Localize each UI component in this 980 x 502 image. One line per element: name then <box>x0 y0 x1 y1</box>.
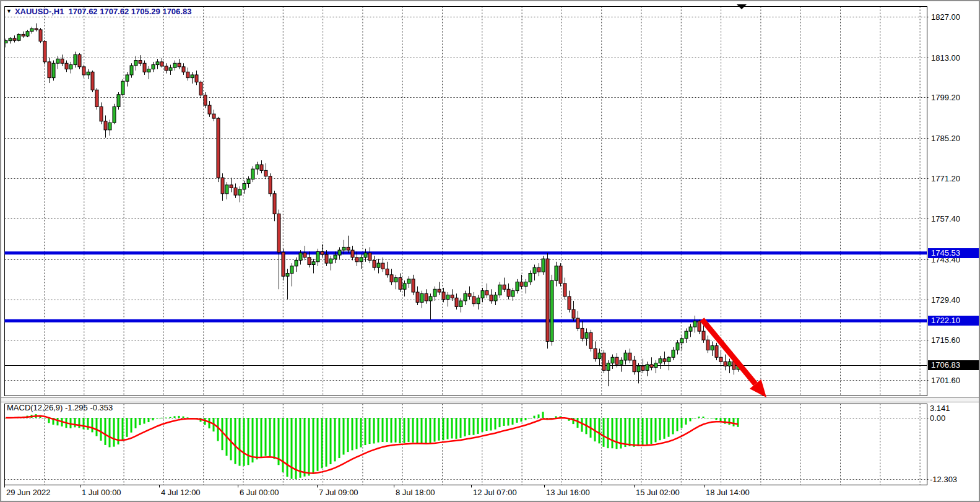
price-axis-label: 1813.00 <box>931 53 960 63</box>
time-axis-label: 13 Jul 16:00 <box>546 488 590 497</box>
time-axis-label: 6 Jul 00:00 <box>240 488 279 497</box>
vertical-gridlines <box>45 7 921 485</box>
trading-chart-window: ▼XAUUSD-,H1 1707.62 1707.62 1705.29 1706… <box>0 0 980 502</box>
trend-arrow-object[interactable] <box>702 319 766 397</box>
time-axis-label: 15 Jul 02:00 <box>636 488 680 497</box>
time-axis-label: 18 Jul 14:00 <box>706 488 750 497</box>
time-axis-label: 4 Jul 12:00 <box>161 488 201 497</box>
current-price-badge: 1706.83 <box>928 360 980 370</box>
price-axis-label: 1757.40 <box>931 214 960 223</box>
price-axis-label: 1701.60 <box>931 376 960 385</box>
time-axis-label: 12 Jul 07:00 <box>473 488 517 497</box>
pane-splitter[interactable] <box>1 397 980 402</box>
price-axis-label: 1715.60 <box>931 335 960 345</box>
price-axis-label: 1827.00 <box>931 12 960 22</box>
chart-title: ▼XAUUSD-,H1 1707.62 1707.62 1705.29 1706… <box>6 7 191 16</box>
macd-axis-label: 0.00 <box>930 413 945 423</box>
time-axis-label: 29 Jun 2022 <box>6 488 51 497</box>
macd-histogram <box>5 412 739 479</box>
macd-axis-label: 3.141 <box>930 404 950 413</box>
macd-axis-label: -12.303 <box>930 475 957 484</box>
price-axis-label: 1799.20 <box>931 93 960 102</box>
price-axis-label: 1771.20 <box>931 174 960 183</box>
price-axis-label: 1785.20 <box>931 134 960 143</box>
macd-indicator-label: MACD(12,26,9) -1.295 -0.353 <box>7 403 113 412</box>
time-axis-label: 8 Jul 18:00 <box>396 488 435 497</box>
time-axis-ticks <box>5 485 705 488</box>
price-axis-label: 1729.40 <box>931 295 960 305</box>
horizontal-gridlines <box>5 17 930 480</box>
macd-signal-line <box>6 416 738 474</box>
macd-pane-frame <box>5 404 927 485</box>
level-price-badge: 1745.53 <box>928 248 980 258</box>
time-axis-label: 7 Jul 09:00 <box>319 488 358 497</box>
chart-canvas[interactable] <box>1 1 980 502</box>
time-axis-label: 1 Jul 00:00 <box>82 488 121 497</box>
symbol-ohlc-text: XAUUSD-,H1 1707.62 1707.62 1705.29 1706.… <box>15 7 191 16</box>
symbol-dropdown-icon[interactable]: ▼ <box>6 8 12 14</box>
candles <box>4 24 740 386</box>
level-price-badge: 1722.10 <box>928 316 980 326</box>
